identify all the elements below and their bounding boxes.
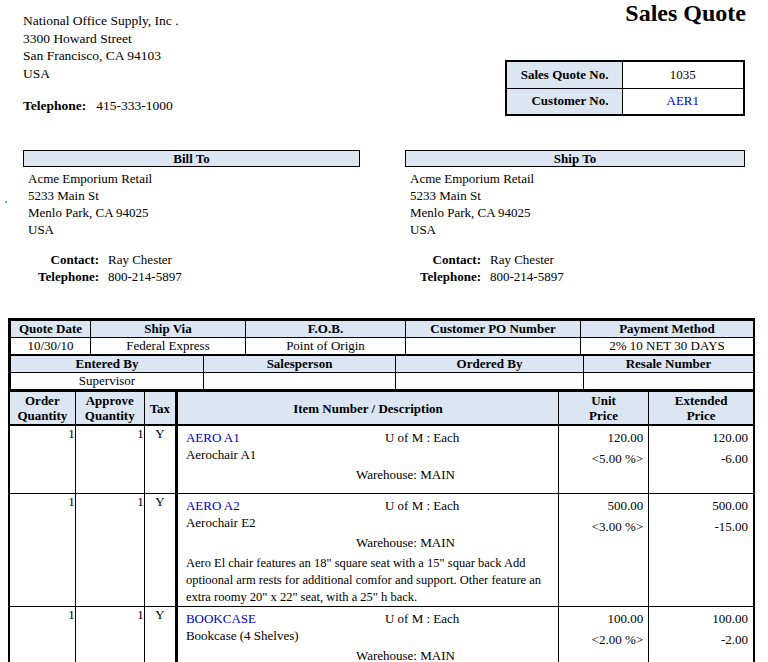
item-extended-price-cell: 100.00 -2.00 xyxy=(649,606,754,662)
bill-to-line: Menlo Park, CA 94025 xyxy=(28,204,152,221)
item-extended-price: 500.00 xyxy=(649,494,753,515)
item-discount: <2.00 %> xyxy=(559,628,648,649)
order-info-value-row1: 10/30/10 Federal Express Point of Origin… xyxy=(11,338,754,355)
ordered-by-header: Ordered By xyxy=(396,356,584,373)
item-tax-flag: Y xyxy=(144,493,176,606)
order-info-header-row2: Entered By Salesperson Ordered By Resale… xyxy=(11,356,754,373)
item-row: 1 1 Y AERO A2 U of M : Each Aerochair E2… xyxy=(9,493,754,606)
ship-to-header: Ship To xyxy=(405,150,745,167)
item-number-link[interactable]: BOOKCASE xyxy=(186,611,256,626)
sales-quote-no-value: 1035 xyxy=(622,61,744,88)
company-address-line: 3300 Howard Street xyxy=(23,30,179,48)
item-tax-flag: Y xyxy=(144,606,176,662)
company-name: National Office Supply, Inc . xyxy=(23,12,179,30)
item-number-description-header: Item Number / Description xyxy=(176,391,558,425)
item-long-description xyxy=(178,483,558,487)
order-info-tables: Quote Date Ship Via F.O.B. Customer PO N… xyxy=(8,318,755,392)
ship-to-line: 5233 Main St xyxy=(410,187,534,204)
company-phone-row: Telephone:415-333-1000 xyxy=(23,98,173,114)
bill-phone-label: Telephone: xyxy=(28,268,99,285)
item-row: 1 1 Y AERO A1 U of M : Each Aerochair A1… xyxy=(9,425,754,493)
line-items-table: Order Quantity Approve Quantity Tax Item… xyxy=(8,390,755,662)
item-discount-amount: -6.00 xyxy=(649,447,753,468)
ship-via-value: Federal Express xyxy=(91,338,246,355)
item-warehouse: Warehouse: MAIN xyxy=(178,534,558,551)
resale-number-header: Resale Number xyxy=(584,356,754,373)
approve-quantity-header: Approve Quantity xyxy=(75,391,144,425)
item-approve-qty: 1 xyxy=(75,425,144,493)
resale-number-value xyxy=(584,373,754,390)
order-info-header-row1: Quote Date Ship Via F.O.B. Customer PO N… xyxy=(11,321,754,338)
item-description-cell: AERO A2 U of M : Each Aerochair E2 Wareh… xyxy=(176,493,558,606)
customer-po-value xyxy=(406,338,581,355)
company-address-line: USA xyxy=(23,65,179,83)
payment-method-value: 2% 10 NET 30 DAYS xyxy=(581,338,754,355)
item-number-link[interactable]: AERO A1 xyxy=(186,430,240,445)
quote-date-value: 10/30/10 xyxy=(11,338,91,355)
item-discount: <5.00 %> xyxy=(559,447,648,468)
item-order-qty: 1 xyxy=(9,606,75,662)
bill-to-header: Bill To xyxy=(23,150,360,167)
bill-contact-row: Contact:Ray Chester xyxy=(28,251,182,268)
item-number-line: BOOKCASE U of M : Each xyxy=(178,607,558,627)
item-unit-price: 100.00 xyxy=(559,607,648,628)
item-extended-price: 120.00 xyxy=(649,426,753,447)
quote-info-table: Sales Quote No. 1035 Customer No. AER1 xyxy=(505,60,745,116)
item-number-line: AERO A2 U of M : Each xyxy=(178,494,558,514)
bill-to-line: USA xyxy=(28,221,152,238)
payment-method-header: Payment Method xyxy=(581,321,754,338)
item-number-line: AERO A1 U of M : Each xyxy=(178,426,558,446)
item-unit-price-cell: 120.00 <5.00 %> xyxy=(558,425,648,493)
item-warehouse: Warehouse: MAIN xyxy=(178,647,558,662)
item-long-description: Aero El chair features an 18" square sea… xyxy=(178,551,558,606)
item-uom: U of M : Each xyxy=(385,497,459,514)
customer-no-value[interactable]: AER1 xyxy=(622,88,744,115)
fob-header: F.O.B. xyxy=(246,321,406,338)
bill-to-line: 5233 Main St xyxy=(28,187,152,204)
ship-to-line: Acme Emporium Retail xyxy=(410,170,534,187)
order-info-row2-table: Entered By Salesperson Ordered By Resale… xyxy=(10,355,754,390)
ship-to-address: Acme Emporium Retail 5233 Main St Menlo … xyxy=(410,170,534,238)
item-extended-price-cell: 500.00 -15.00 xyxy=(649,493,754,606)
entered-by-value: Supervisor xyxy=(11,373,204,390)
unit-price-header: Unit Price xyxy=(558,391,648,425)
entered-by-header: Entered By xyxy=(11,356,204,373)
item-approve-qty: 1 xyxy=(75,606,144,662)
sales-quote-no-label: Sales Quote No. xyxy=(506,61,622,88)
bill-contact-value: Ray Chester xyxy=(108,252,172,267)
item-discount-amount: -15.00 xyxy=(649,515,753,536)
item-extended-price-cell: 120.00 -6.00 xyxy=(649,425,754,493)
extended-price-header: Extended Price xyxy=(649,391,754,425)
salesperson-value xyxy=(204,373,396,390)
ship-phone-value: 800-214-5897 xyxy=(490,269,564,284)
ship-to-line: USA xyxy=(410,221,534,238)
item-short-description: Aerochair A1 xyxy=(178,446,558,463)
item-unit-price: 120.00 xyxy=(559,426,648,447)
tax-header: Tax xyxy=(144,391,176,425)
company-phone-value: 415-333-1000 xyxy=(96,98,173,113)
ship-contact-value: Ray Chester xyxy=(490,252,554,267)
item-tax-flag: Y xyxy=(144,425,176,493)
company-block: National Office Supply, Inc . 3300 Howar… xyxy=(23,12,179,82)
item-unit-price: 500.00 xyxy=(559,494,648,515)
company-address-line: San Francisco, CA 94103 xyxy=(23,47,179,65)
item-number-link[interactable]: AERO A2 xyxy=(186,498,240,513)
item-short-description: Aerochair E2 xyxy=(178,514,558,531)
item-unit-price-cell: 100.00 <2.00 %> xyxy=(558,606,648,662)
order-info-value-row2: Supervisor xyxy=(11,373,754,390)
ship-to-contact-block: Contact:Ray Chester Telephone:800-214-58… xyxy=(410,251,564,285)
item-order-qty: 1 xyxy=(9,493,75,606)
item-uom: U of M : Each xyxy=(385,429,459,446)
order-quantity-header: Order Quantity xyxy=(9,391,75,425)
salesperson-header: Salesperson xyxy=(204,356,396,373)
bill-to-address: Acme Emporium Retail 5233 Main St Menlo … xyxy=(28,170,152,238)
ship-contact-label: Contact: xyxy=(410,251,481,268)
sales-quote-document: National Office Supply, Inc . 3300 Howar… xyxy=(0,0,768,662)
page-title: Sales Quote xyxy=(625,0,746,27)
fob-value: Point of Origin xyxy=(246,338,406,355)
customer-no-label: Customer No. xyxy=(506,88,622,115)
item-approve-qty: 1 xyxy=(75,493,144,606)
item-short-description: Bookcase (4 Shelves) xyxy=(178,627,558,644)
ordered-by-value xyxy=(396,373,584,390)
item-order-qty: 1 xyxy=(9,425,75,493)
